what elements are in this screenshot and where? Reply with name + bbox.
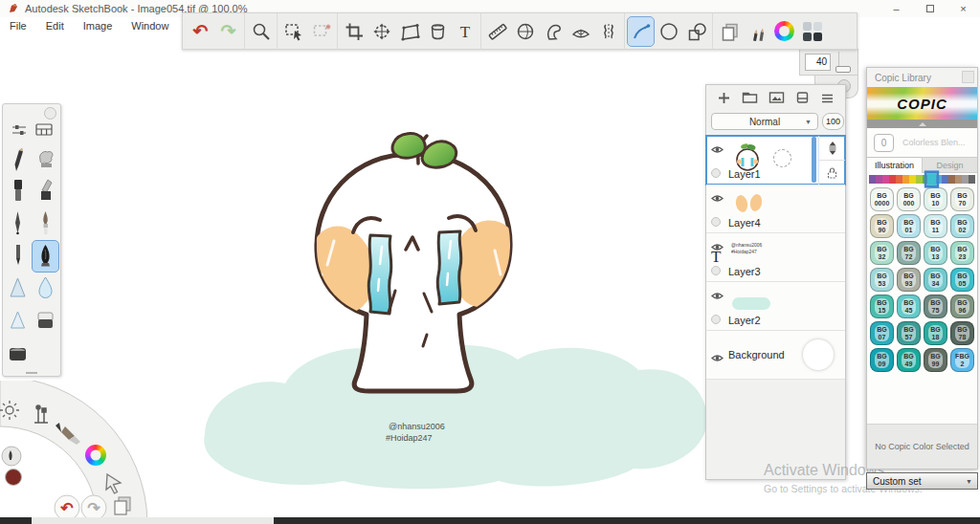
tab-design[interactable]: Design xyxy=(922,157,977,173)
brush-flat-eraser[interactable] xyxy=(32,305,59,338)
color-wheel-icon[interactable] xyxy=(770,16,798,47)
copic-swatch-bg-90[interactable]: BG90 xyxy=(870,214,894,238)
copic-family-10[interactable] xyxy=(935,175,942,184)
copic-family-6[interactable] xyxy=(909,175,916,184)
layer-editor-icon[interactable] xyxy=(798,16,826,47)
copic-family-1[interactable] xyxy=(876,175,882,184)
close-button[interactable]: × xyxy=(947,0,980,17)
transform-tool-icon[interactable] xyxy=(368,16,395,47)
layer-radio[interactable] xyxy=(711,266,721,275)
copic-swatch-bg-13[interactable]: BG13 xyxy=(924,241,947,265)
duplicate-layer-icon[interactable] xyxy=(795,91,810,108)
zoom-tool-icon[interactable] xyxy=(247,16,275,47)
visibility-eye-icon[interactable] xyxy=(711,288,724,305)
ellipse-guide-icon[interactable] xyxy=(511,16,539,47)
brush-smear-cone[interactable] xyxy=(4,273,32,305)
copic-swatch-fbg-2[interactable]: FBG2 xyxy=(950,348,974,372)
menu-edit[interactable]: Edit xyxy=(36,20,74,32)
maximize-button[interactable] xyxy=(913,0,947,17)
minimize-button[interactable]: – xyxy=(880,0,913,17)
layer-reorder-icon[interactable] xyxy=(819,136,845,160)
copic-swatch-bg-70[interactable]: BG70 xyxy=(950,187,974,211)
copy-paste-icon[interactable] xyxy=(715,16,743,47)
menu-window[interactable]: Window xyxy=(122,20,178,32)
copic-swatch-bg-0000[interactable]: BG0000 xyxy=(870,187,894,211)
copic-family-3[interactable] xyxy=(889,175,896,184)
layer-radio[interactable] xyxy=(711,315,721,324)
steady-stroke-tool-icon[interactable] xyxy=(627,16,655,47)
brush-fineliner[interactable] xyxy=(4,240,32,273)
brush-size-field[interactable]: 40 xyxy=(805,54,831,71)
colorless-blender-swatch[interactable]: 0 xyxy=(874,134,894,152)
brush-blend-droplet[interactable] xyxy=(32,273,59,305)
copic-family-0[interactable] xyxy=(869,175,876,184)
copic-swatch-bg-99[interactable]: BG99 xyxy=(924,348,947,372)
copic-swatch-bg-01[interactable]: BG01 xyxy=(897,214,921,238)
brush-smudge-triangle[interactable] xyxy=(4,305,32,338)
perspective-guide-icon[interactable] xyxy=(567,16,594,47)
copic-swatch-bg-57[interactable]: BG57 xyxy=(897,321,921,345)
copic-family-13[interactable] xyxy=(955,175,962,184)
copic-family-15[interactable] xyxy=(969,175,975,184)
brush-settings-icon[interactable] xyxy=(10,121,29,142)
brush-chisel-marker[interactable] xyxy=(32,175,59,207)
copic-swatch-bg-45[interactable]: BG45 xyxy=(897,295,921,318)
copic-family-9[interactable] xyxy=(927,173,937,186)
distort-tool-icon[interactable] xyxy=(395,16,423,47)
background-color-thumbnail[interactable] xyxy=(802,338,835,371)
copic-collapse-bar[interactable] xyxy=(867,120,977,128)
copic-swatch-bg-72[interactable]: BG72 xyxy=(897,241,921,265)
deselect-tool-icon[interactable] xyxy=(307,16,335,47)
text-tool-icon[interactable]: T xyxy=(451,16,479,47)
brush-sets-icon[interactable] xyxy=(34,121,54,142)
copic-swatch-bg-34[interactable]: BG34 xyxy=(924,268,947,292)
tab-illustration[interactable]: Illustration xyxy=(867,157,922,173)
brush-pencil[interactable] xyxy=(4,142,32,175)
redo-icon[interactable]: ↷ xyxy=(214,16,242,47)
copic-swatch-bg-18[interactable]: BG18 xyxy=(924,321,947,345)
copic-swatch-bg-15[interactable]: BG15 xyxy=(870,295,894,318)
copic-swatch-bg-09[interactable]: BG09 xyxy=(870,348,894,372)
ruler-tool-icon[interactable] xyxy=(483,16,511,47)
copic-family-12[interactable] xyxy=(948,175,955,184)
lagoon-color-icon[interactable] xyxy=(85,445,106,466)
visibility-eye-icon[interactable] xyxy=(711,190,724,207)
copic-swatch-bg-75[interactable]: BG75 xyxy=(924,295,947,318)
copic-swatch-bg-23[interactable]: BG23 xyxy=(950,241,974,265)
layer-row-layer3[interactable]: T @nhansu2006 #Hoidap247 Layer3 xyxy=(706,233,845,282)
brush-soft-eraser[interactable] xyxy=(4,338,32,370)
french-curve-icon[interactable] xyxy=(539,16,567,47)
copic-swatch-bg-000[interactable]: BG000 xyxy=(897,187,921,211)
add-layer-icon[interactable] xyxy=(717,91,731,109)
brush-size-slider[interactable] xyxy=(838,52,848,73)
puck-color-swatch[interactable] xyxy=(6,469,22,486)
layer-radio[interactable] xyxy=(711,168,721,178)
brush-ink-brush-selected[interactable] xyxy=(32,240,59,273)
copic-swatch-bg-11[interactable]: BG11 xyxy=(924,214,947,238)
import-image-icon[interactable] xyxy=(768,91,785,108)
brush-marker[interactable] xyxy=(4,175,32,207)
copic-close-button[interactable] xyxy=(962,71,974,83)
copic-swatch-bg-78[interactable]: BG78 xyxy=(950,321,974,345)
copic-family-7[interactable] xyxy=(916,175,923,184)
palette-resize-notch[interactable] xyxy=(26,372,37,374)
copic-family-5[interactable] xyxy=(902,175,909,184)
fill-tool-icon[interactable] xyxy=(423,16,451,47)
brush-paintbrush[interactable] xyxy=(32,207,59,240)
copic-swatch-bg-49[interactable]: BG49 xyxy=(897,348,921,372)
copic-family-4[interactable] xyxy=(896,175,902,184)
layers-scrollbar[interactable] xyxy=(812,137,816,183)
visibility-eye-icon[interactable] xyxy=(711,142,724,159)
layer-row-layer2[interactable]: Layer2 xyxy=(706,282,845,331)
copic-swatch-bg-32[interactable]: BG32 xyxy=(870,241,894,265)
copic-swatch-bg-96[interactable]: BG96 xyxy=(950,295,974,318)
copic-swatch-bg-05[interactable]: BG05 xyxy=(950,268,974,292)
copic-family-2[interactable] xyxy=(882,175,889,184)
copic-family-14[interactable] xyxy=(962,175,969,184)
brush-ballpoint-pen[interactable] xyxy=(4,207,32,240)
menu-image[interactable]: Image xyxy=(74,20,122,32)
layer-radio[interactable] xyxy=(711,217,721,227)
copic-family-11[interactable] xyxy=(942,175,948,184)
select-tool-icon[interactable] xyxy=(279,16,307,47)
undo-icon[interactable]: ↶ xyxy=(187,16,214,47)
